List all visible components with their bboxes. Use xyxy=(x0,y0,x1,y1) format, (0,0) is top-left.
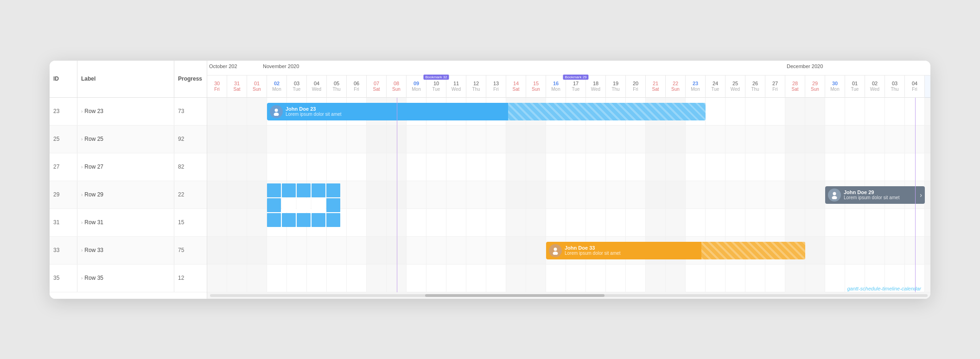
day-col-14: 13Fri xyxy=(486,76,506,98)
task-bar-task-33[interactable]: John Doe 33 Lorem ipsum dolor sit amet xyxy=(546,242,805,259)
cell-r4-c26 xyxy=(725,209,745,236)
cell-r1-c35 xyxy=(905,126,925,153)
cell-r6-c36 xyxy=(925,265,930,292)
day-name-15: Sat xyxy=(512,87,519,92)
cell-r1-c33 xyxy=(865,126,885,153)
cell-r4-c35 xyxy=(905,209,925,236)
expand-icon-31[interactable]: › xyxy=(81,220,83,225)
cell-r2-c31 xyxy=(825,153,845,181)
cell-r2-c7 xyxy=(347,153,367,181)
cell-r1-c19 xyxy=(586,126,606,153)
scrollbar-thumb[interactable] xyxy=(425,294,605,297)
cell-r3-c20 xyxy=(606,181,626,208)
left-row-31[interactable]: 31 › Row 31 15 xyxy=(50,209,207,237)
left-row-35[interactable]: 35 › Row 35 12 xyxy=(50,265,207,292)
day-col-28: 27Fri xyxy=(765,76,785,98)
cell-r3-c16 xyxy=(526,181,546,208)
day-num-12: 11 xyxy=(453,81,459,87)
day-num-17: 16 xyxy=(553,81,559,87)
left-row-33[interactable]: 33 › Row 33 75 xyxy=(50,237,207,265)
cell-r2-c6 xyxy=(327,153,347,181)
day-num-2: 01 xyxy=(254,81,260,87)
svg-rect-1 xyxy=(282,183,296,197)
cell-r6-c13 xyxy=(466,265,486,292)
cell-r1-c29 xyxy=(785,126,805,153)
cell-r4-c2 xyxy=(247,209,267,236)
svg-rect-8 xyxy=(282,213,296,227)
cell-r1-c15 xyxy=(506,126,526,153)
cell-r6-c15 xyxy=(506,265,526,292)
watermark: gantt-schedule-timeline-calendar xyxy=(847,286,921,291)
cell-r4-c23 xyxy=(666,209,686,236)
day-col-31: 30Mon xyxy=(825,76,845,98)
cell-r0-c0 xyxy=(207,98,227,125)
day-num-13: 12 xyxy=(473,81,479,87)
cell-r5-c10 xyxy=(407,237,426,264)
scrollbar-track[interactable] xyxy=(210,294,928,297)
cell-r2-c5 xyxy=(307,153,327,181)
task-bar-task-23[interactable]: John Doe 23 Lorem ipsum dolor sit amet xyxy=(267,103,706,120)
left-header: ID Label Progress xyxy=(50,61,207,98)
svg-point-15 xyxy=(275,108,278,112)
cell-r1-c13 xyxy=(466,126,486,153)
expand-icon-35[interactable]: › xyxy=(81,276,83,281)
cell-r2-c11 xyxy=(426,153,446,181)
cell-r1-c11 xyxy=(426,126,446,153)
day-name-27: Thu xyxy=(751,87,759,92)
cell-r4-c10 xyxy=(407,209,426,236)
day-col-6: 05Thu xyxy=(327,76,347,98)
cell-r1-c18 xyxy=(566,126,586,153)
cell-r0-c33 xyxy=(865,98,885,125)
cell-r2-c0 xyxy=(207,153,227,181)
expand-icon-27[interactable]: › xyxy=(81,164,83,170)
row-label-29: › Row 29 xyxy=(77,181,174,208)
row-id-35: 35 xyxy=(50,265,77,292)
cell-r6-c6 xyxy=(327,265,347,292)
svg-rect-5 xyxy=(267,198,281,212)
day-name-35: Fri xyxy=(912,87,917,92)
cell-r5-c14 xyxy=(486,237,506,264)
day-num-7: 06 xyxy=(354,81,359,87)
cell-r2-c24 xyxy=(686,153,706,181)
day-col-1: 31Sat xyxy=(227,76,247,98)
cell-r2-c23 xyxy=(666,153,686,181)
svg-rect-9 xyxy=(297,213,311,227)
expand-icon-23[interactable]: › xyxy=(81,109,83,114)
horizontal-scrollbar[interactable] xyxy=(207,292,930,299)
cell-r6-c4 xyxy=(287,265,307,292)
cell-r5-c35 xyxy=(905,237,925,264)
day-name-31: Mon xyxy=(830,87,839,92)
day-col-25: 24Tue xyxy=(706,76,725,98)
svg-rect-13 xyxy=(297,198,311,212)
task-avatar-task-33 xyxy=(549,244,562,257)
cell-r2-c34 xyxy=(885,153,905,181)
expand-icon-33[interactable]: › xyxy=(81,248,83,253)
cell-r2-c2 xyxy=(247,153,267,181)
day-name-0: Fri xyxy=(214,87,220,92)
left-row-25[interactable]: 25 › Row 25 92 xyxy=(50,126,207,153)
svg-rect-6 xyxy=(326,198,340,212)
right-panel[interactable]: October 202 November 2020 December 2020 … xyxy=(207,61,930,299)
day-num-16: 15 xyxy=(533,81,539,87)
day-num-8: 07 xyxy=(374,81,379,87)
svg-rect-2 xyxy=(297,183,311,197)
cell-r6-c1 xyxy=(227,265,247,292)
task-bar-task-29[interactable]: John Doe 29 Lorem ipsum dolor sit amet › xyxy=(825,186,925,204)
day-col-11: Bookmark 3210Tue xyxy=(426,76,446,98)
day-num-6: 05 xyxy=(334,81,339,87)
left-row-27[interactable]: 27 › Row 27 82 xyxy=(50,153,207,181)
day-col-0: 30Fri xyxy=(207,76,227,98)
left-row-23[interactable]: 23 › Row 23 73 xyxy=(50,98,207,126)
col-id-header: ID xyxy=(50,61,77,97)
cell-r2-c22 xyxy=(646,153,666,181)
cell-r4-c27 xyxy=(745,209,765,236)
expand-icon-29[interactable]: › xyxy=(81,192,83,197)
left-row-29[interactable]: 29 › Row 29 22 xyxy=(50,181,207,209)
cell-r3-c2 xyxy=(247,181,267,208)
expand-icon-25[interactable]: › xyxy=(81,137,83,142)
day-name-7: Fri xyxy=(354,87,359,92)
cell-r1-c23 xyxy=(666,126,686,153)
day-num-0: 30 xyxy=(214,81,220,87)
day-col-22: 21Sat xyxy=(646,76,666,98)
days-row: 30Fri31Sat01Sun02Mon03Tue04Wed05Thu06Fri… xyxy=(207,76,930,98)
